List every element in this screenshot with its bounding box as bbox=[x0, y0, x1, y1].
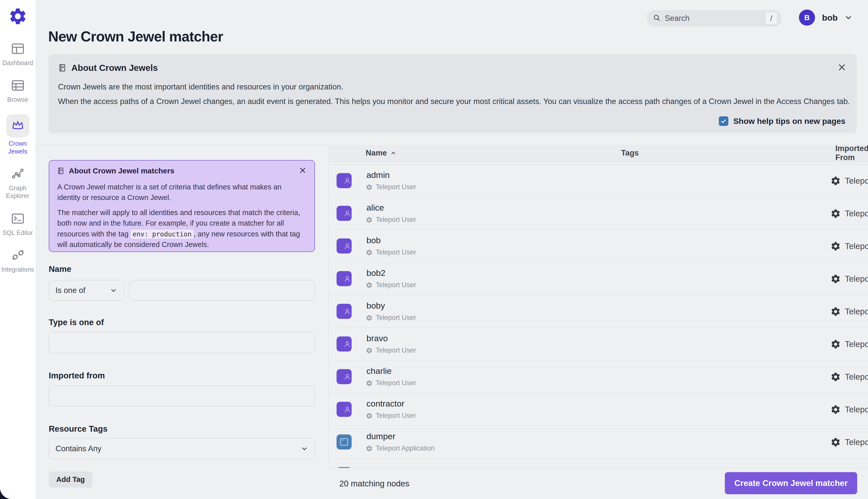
name-input[interactable] bbox=[129, 280, 315, 301]
sidebar-item-graph-explorer[interactable]: Graph Explorer bbox=[0, 166, 35, 200]
user-avatar-icon bbox=[337, 402, 352, 417]
user-avatar-icon bbox=[337, 206, 352, 221]
row-imported-from: Teleport bbox=[830, 393, 868, 426]
user-avatar-icon bbox=[337, 271, 352, 286]
close-icon[interactable] bbox=[837, 62, 847, 72]
book-icon bbox=[58, 63, 67, 72]
row-name: admin bbox=[367, 170, 390, 180]
plug-icon bbox=[6, 247, 29, 263]
brand-logo-gear-icon[interactable] bbox=[8, 7, 28, 26]
show-help-tips-checkbox[interactable] bbox=[719, 116, 728, 126]
gear-icon bbox=[366, 216, 373, 223]
user-avatar-icon bbox=[337, 304, 352, 319]
matcher-paragraph: The matcher will apply to all identities… bbox=[57, 207, 306, 250]
imported-from-input[interactable] bbox=[49, 386, 315, 406]
sidebar-item-label: Integrations bbox=[1, 266, 34, 273]
banner-title: About Crown Jewels bbox=[71, 63, 158, 73]
gear-icon bbox=[366, 249, 373, 256]
sidebar-item-sql-editor[interactable]: SQL Editor bbox=[0, 210, 35, 237]
column-header-name[interactable]: Name bbox=[366, 145, 397, 161]
row-imported-from: Teleport bbox=[830, 361, 868, 393]
row-type: Teleport User bbox=[366, 248, 416, 256]
terminal-icon bbox=[6, 210, 29, 227]
gear-icon bbox=[366, 282, 373, 289]
gear-icon bbox=[830, 208, 841, 219]
row-imported-from: Teleport bbox=[830, 328, 868, 360]
sidebar-item-label: SQL Editor bbox=[2, 229, 33, 237]
row-name: bob bbox=[367, 235, 381, 245]
crown-icon bbox=[6, 114, 29, 137]
user-avatar-icon bbox=[337, 239, 352, 254]
row-type: Teleport User bbox=[366, 412, 416, 419]
gear-icon bbox=[830, 339, 841, 350]
user-menu[interactable]: B bob bbox=[799, 10, 853, 26]
user-avatar-icon bbox=[337, 369, 352, 384]
browse-icon bbox=[6, 77, 29, 94]
row-imported-from: Teleport bbox=[830, 426, 868, 458]
row-name: charlie bbox=[367, 366, 392, 376]
type-label: Type is one of bbox=[49, 318, 104, 327]
row-name: bob2 bbox=[367, 268, 385, 278]
gear-icon bbox=[830, 175, 841, 186]
sidebar-item-crown-jewels[interactable]: Crown Jewels bbox=[0, 114, 35, 156]
row-type: Teleport User bbox=[366, 281, 416, 289]
table-row[interactable]: dumper Teleport Application Teleport bbox=[328, 426, 868, 459]
name-label: Name bbox=[49, 264, 71, 274]
table-row[interactable]: boby Teleport User Teleport bbox=[328, 295, 868, 328]
table-row[interactable]: alice Teleport User Teleport bbox=[328, 197, 868, 230]
search-placeholder: Search bbox=[665, 14, 690, 23]
table-row[interactable]: charlie Teleport User Teleport bbox=[328, 361, 868, 393]
name-operator-select[interactable]: Is one of bbox=[49, 280, 124, 301]
table-footer: 20 matching nodes Create Crown Jewel mat… bbox=[328, 468, 868, 499]
table-body: admin Teleport User Teleport alice Telep… bbox=[328, 164, 868, 468]
sidebar-item-integrations[interactable]: Integrations bbox=[0, 247, 35, 273]
type-input[interactable] bbox=[49, 332, 315, 353]
sidebar-item-dashboard[interactable]: Dashboard bbox=[0, 41, 35, 67]
avatar[interactable]: B bbox=[799, 10, 815, 26]
table-row[interactable]: bob Teleport User Teleport bbox=[328, 230, 868, 263]
gear-icon bbox=[366, 347, 373, 354]
sidebar-item-label: Graph Explorer bbox=[0, 184, 35, 200]
table-row-partial[interactable] bbox=[328, 459, 868, 468]
sidebar-item-label: Crown Jewels bbox=[0, 140, 35, 156]
chevron-down-icon[interactable] bbox=[838, 13, 853, 22]
sidebar-nav: Dashboard Browse Crown Jewels Graph Expl… bbox=[0, 41, 35, 284]
banner-paragraph: Crown Jewels are the most important iden… bbox=[58, 82, 343, 92]
imported-from-label: Imported from bbox=[49, 371, 105, 380]
gear-icon bbox=[830, 437, 841, 448]
show-help-tips-row: Show help tips on new pages bbox=[719, 116, 845, 126]
gear-icon bbox=[366, 380, 373, 387]
gear-icon bbox=[830, 372, 841, 382]
add-tag-button[interactable]: Add Tag bbox=[49, 471, 92, 487]
sidebar-item-label: Browse bbox=[7, 96, 28, 104]
matching-nodes-count: 20 matching nodes bbox=[339, 479, 409, 488]
row-name: alice bbox=[367, 203, 384, 212]
user-avatar-icon bbox=[337, 173, 352, 188]
create-crown-jewel-matcher-button[interactable]: Create Crown Jewel matcher bbox=[725, 472, 857, 494]
search-shortcut-key: / bbox=[765, 12, 777, 25]
row-type: Teleport User bbox=[366, 216, 416, 223]
main-content: Search / B bob New Crown Jewel matcher A… bbox=[35, 0, 868, 499]
table-row[interactable]: contractor Teleport User Teleport bbox=[328, 393, 868, 426]
chevron-down-icon bbox=[301, 445, 308, 452]
row-imported-from: Teleport bbox=[830, 230, 868, 262]
gear-icon bbox=[366, 314, 373, 321]
about-crown-jewels-banner: About Crown Jewels Crown Jewels are the … bbox=[49, 54, 856, 132]
row-type: Teleport User bbox=[366, 379, 416, 387]
column-header-tags[interactable]: Tags bbox=[621, 145, 639, 161]
close-icon[interactable] bbox=[298, 166, 307, 175]
gear-icon bbox=[366, 184, 373, 191]
sidebar-item-browse[interactable]: Browse bbox=[0, 77, 35, 104]
row-imported-from: Teleport bbox=[830, 197, 868, 230]
table-row[interactable]: bob2 Teleport User Teleport bbox=[328, 263, 868, 295]
table-row[interactable]: bravo Teleport User Teleport bbox=[328, 328, 868, 361]
resource-tags-select[interactable]: Contains Any bbox=[49, 438, 315, 459]
matcher-paragraph: A Crown Jewel matcher is a set of criter… bbox=[57, 182, 306, 203]
column-header-imported-from[interactable]: Imported From bbox=[835, 145, 868, 161]
search-input[interactable]: Search / bbox=[647, 10, 782, 27]
row-imported-from: Teleport bbox=[830, 263, 868, 295]
dashboard-icon bbox=[6, 41, 29, 57]
row-imported-from: Teleport bbox=[830, 295, 868, 328]
app-window-icon bbox=[337, 435, 352, 450]
table-row[interactable]: admin Teleport User Teleport bbox=[328, 165, 868, 197]
